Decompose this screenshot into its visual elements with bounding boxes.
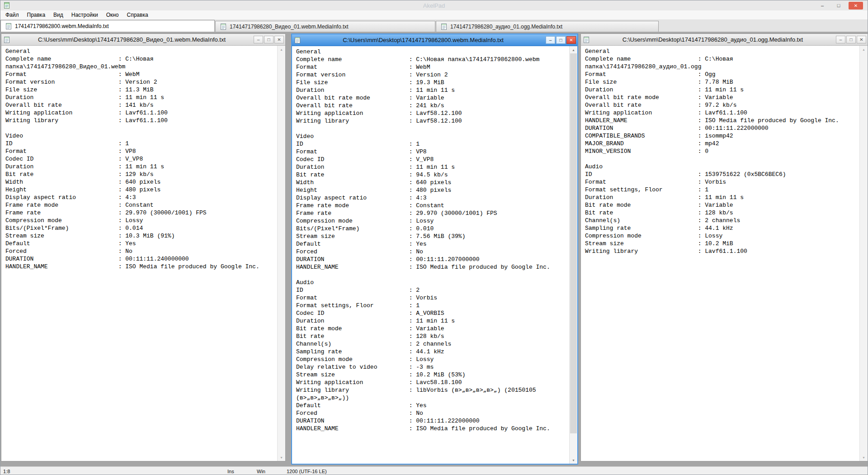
document-icon [5, 23, 12, 30]
maximize-button[interactable]: □ [832, 2, 845, 10]
vertical-scrollbar[interactable]: ▲ ▼ [859, 46, 868, 461]
document-icon [220, 23, 226, 30]
scroll-up-button[interactable]: ▲ [278, 46, 285, 53]
document-icon [294, 37, 301, 44]
child-maximize-button[interactable]: □ [846, 36, 856, 43]
close-button[interactable]: ✕ [849, 2, 863, 10]
menu-bar: ФайлПравкаВидНастройкиОкноСправка [0, 10, 868, 20]
child-close-button[interactable]: ✕ [274, 36, 284, 43]
child-titlebar-audio[interactable]: C:\Users\mm\Desktop\17414717986280_аудио… [581, 34, 868, 46]
encoding-indicator[interactable]: 1200 (UTF-16 LE) [287, 469, 327, 474]
status-bar: 1:8 Ins Win 1200 (UTF-16 LE) [0, 466, 868, 475]
child-maximize-button[interactable]: □ [264, 36, 274, 43]
tab-1[interactable]: 174147179862800.webm.MediaInfo.txt [0, 20, 215, 32]
child-minimize-button[interactable]: – [254, 36, 263, 43]
text-editor-area[interactable]: General Complete name : C:\Новая папка\1… [1, 46, 278, 461]
menu-item-Файл[interactable]: Файл [1, 12, 23, 18]
scroll-down-button[interactable]: ▼ [278, 454, 285, 461]
app-icon[interactable] [3, 2, 10, 9]
vertical-scrollbar[interactable]: ▲ ▼ [569, 46, 577, 464]
child-titlebar-webm[interactable]: C:\Users\mm\Desktop\174147179862800.webm… [292, 34, 577, 46]
child-close-button[interactable]: ✕ [857, 36, 866, 43]
insert-mode-indicator[interactable]: Ins [227, 469, 234, 474]
child-close-button[interactable]: ✕ [566, 36, 576, 44]
child-maximize-button[interactable]: □ [556, 36, 566, 44]
child-window-audio: C:\Users\mm\Desktop\17414717986280_аудио… [580, 33, 868, 461]
document-icon [4, 36, 10, 43]
tab-label: 17414717986280_аудио_01.ogg.MediaInfo.tx… [450, 24, 562, 30]
tab-2[interactable]: 17414717986280_Видео_01.webm.MediaInfo.t… [215, 21, 435, 32]
menu-item-Правка[interactable]: Правка [23, 12, 50, 18]
child-title-webm: C:\Users\mm\Desktop\174147179862800.webm… [301, 37, 546, 43]
scroll-down-button[interactable]: ▼ [860, 454, 868, 461]
document-icon [441, 23, 447, 30]
caret-position: 1:8 [3, 469, 10, 474]
text-content[interactable]: General Complete name : C:\Новая папка\1… [581, 46, 860, 255]
app-title: AkelPad [0, 2, 868, 9]
vertical-scrollbar[interactable]: ▲ ▼ [277, 46, 285, 461]
tab-bar: 174147179862800.webm.MediaInfo.txt 17414… [0, 20, 868, 32]
scroll-thumb[interactable] [570, 53, 577, 433]
akelpad-window: AkelPad – □ ✕ ФайлПравкаВидНастройкиОкно… [0, 0, 868, 475]
child-window-webm: C:\Users\mm\Desktop\174147179862800.webm… [291, 33, 578, 465]
menu-item-Настройки[interactable]: Настройки [67, 12, 102, 18]
scroll-up-button[interactable]: ▲ [570, 46, 577, 53]
text-content[interactable]: General Complete name : C:\Новая папка\1… [1, 46, 278, 271]
minimize-button[interactable]: – [816, 2, 829, 10]
menu-item-Справка[interactable]: Справка [123, 12, 152, 18]
child-window-video: C:\Users\mm\Desktop\17414717986280_Видео… [1, 33, 286, 461]
menu-item-Окно[interactable]: Окно [102, 12, 123, 18]
newline-format-indicator[interactable]: Win [257, 469, 265, 474]
app-titlebar[interactable]: AkelPad – □ ✕ [0, 0, 868, 10]
tab-label: 17414717986280_Видео_01.webm.MediaInfo.t… [230, 24, 349, 30]
text-content[interactable]: General Complete name : C:\Новая папка\1… [292, 46, 570, 432]
text-editor-area[interactable]: General Complete name : C:\Новая папка\1… [581, 46, 860, 461]
child-title-video: C:\Users\mm\Desktop\17414717986280_Видео… [10, 36, 254, 43]
scroll-down-button[interactable]: ▼ [570, 456, 577, 464]
child-minimize-button[interactable]: – [836, 36, 845, 43]
mdi-workspace: C:\Users\mm\Desktop\17414717986280_Видео… [0, 32, 868, 466]
tab-3[interactable]: 17414717986280_аудио_01.ogg.MediaInfo.tx… [436, 21, 659, 32]
tab-label: 174147179862800.webm.MediaInfo.txt [15, 23, 109, 29]
child-title-audio: C:\Users\mm\Desktop\17414717986280_аудио… [590, 36, 836, 43]
child-titlebar-video[interactable]: C:\Users\mm\Desktop\17414717986280_Видео… [1, 34, 285, 46]
text-editor-area[interactable]: General Complete name : C:\Новая папка\1… [292, 46, 570, 464]
document-icon [583, 36, 590, 43]
child-minimize-button[interactable]: – [546, 36, 555, 44]
menu-item-Вид[interactable]: Вид [49, 12, 67, 18]
scroll-up-button[interactable]: ▲ [860, 46, 868, 53]
